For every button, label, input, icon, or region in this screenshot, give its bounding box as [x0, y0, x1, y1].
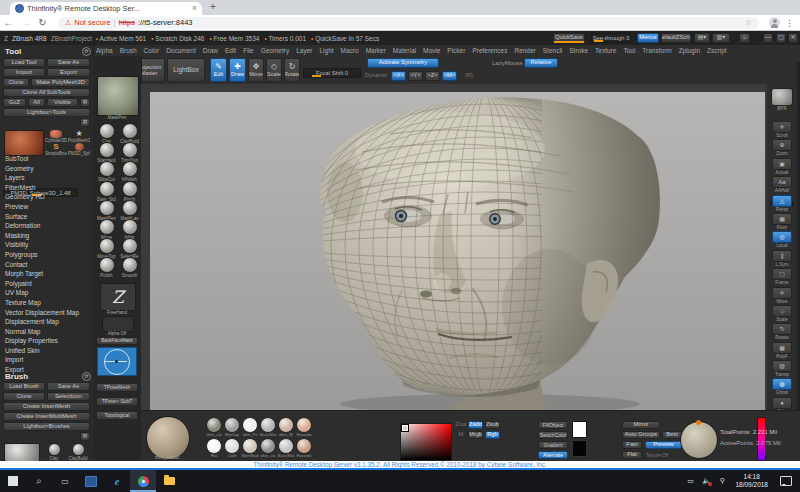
tool-section-item[interactable]: Visibility [2, 241, 92, 251]
file-explorer-icon[interactable] [156, 470, 182, 492]
current-brush-preview[interactable] [4, 443, 40, 461]
tool-section-item[interactable]: Preview [2, 203, 92, 213]
brush-palette-header[interactable]: Brush⟳ [2, 371, 94, 381]
menu-item[interactable]: Texture [595, 47, 616, 54]
material-item[interactable]: Cold [223, 438, 241, 459]
clock[interactable]: 14:18 18/09/2018 [731, 473, 772, 489]
tpose-mesh-button[interactable]: TPoseMesh [96, 383, 138, 392]
menu-item[interactable]: Material [393, 47, 416, 54]
draw-mode-button[interactable]: ✚Draw [229, 58, 246, 82]
color-picker-sv[interactable] [400, 423, 452, 461]
bpr-render-button[interactable]: BPR [770, 88, 794, 111]
goz-r-button[interactable]: R [80, 98, 90, 107]
menu-item[interactable]: File [243, 47, 253, 54]
browser-menu-icon[interactable]: ⋮ [785, 18, 794, 28]
activate-symmetry-button[interactable]: Activate Symmetry [367, 58, 439, 68]
brush-item[interactable]: SelectRe [119, 238, 140, 257]
lightbox-button[interactable]: LightBox [167, 58, 205, 82]
rotate-mode-button[interactable]: ↻Rotate [284, 58, 300, 82]
right-shelf-button[interactable]: ▦ PolyF [770, 342, 794, 359]
sculpt-viewport[interactable] [150, 92, 765, 410]
focal-shift-slider[interactable]: Focal Shift 0 [303, 68, 361, 78]
forward-button[interactable]: → [17, 15, 34, 30]
brush-item[interactable]: hPolish [119, 161, 140, 180]
menu-item[interactable]: Stroke [569, 47, 588, 54]
material-item[interactable]: SkinShad [241, 438, 259, 459]
light-placement-dot[interactable] [696, 420, 701, 425]
brush-item[interactable]: SliceCur [96, 161, 117, 180]
tool-r-button[interactable]: R [80, 118, 90, 127]
tool-section-item[interactable]: Texture Map [2, 299, 92, 309]
tool-section-item[interactable]: Geometry HD [2, 193, 92, 203]
symmetry-axis-button[interactable]: >X< [391, 71, 406, 81]
lightbox-brushes-button[interactable]: Lightbox>Brushes [3, 422, 90, 431]
brush-item[interactable]: Move [96, 219, 117, 238]
task-view-icon[interactable]: ▭ [52, 470, 78, 492]
material-item[interactable]: Hazardo [295, 438, 313, 459]
brush-item[interactable]: MaskLas [119, 200, 140, 219]
rgb-button[interactable]: Rgb [485, 431, 500, 439]
address-bar[interactable]: ⚠ Not secure | https ://t5-server:8443 ☆ [58, 17, 759, 29]
menu-item[interactable]: Stencil [543, 47, 563, 54]
material-item[interactable]: BasicMat [259, 417, 277, 438]
flat-render-button[interactable]: Flat [622, 451, 642, 459]
dynamic-toggle[interactable]: Dynamic [363, 71, 389, 81]
tool-section-item[interactable]: Import [2, 356, 92, 366]
save-brush-as-button[interactable]: Save As [47, 382, 90, 391]
clone-tool-button[interactable]: Clone [3, 78, 29, 87]
material-item[interactable]: zbro_cla [259, 438, 277, 459]
menu-item[interactable]: Edit [225, 47, 236, 54]
bookmark-star-icon[interactable]: ☆ [745, 18, 752, 27]
right-shelf-button[interactable]: ▦ Floor [770, 213, 794, 230]
create-insertmultimesh-button[interactable]: Create InsertMultiMesh [3, 412, 90, 421]
move-mode-button[interactable]: ✥Move [248, 58, 264, 82]
preview-render-button[interactable]: Preview [645, 441, 682, 449]
window-restore-button[interactable]: ▢ [776, 33, 786, 43]
goz-all-button[interactable]: All [28, 98, 45, 107]
quicksave-button[interactable]: QuickSave [553, 33, 585, 43]
new-tab-button[interactable]: + [210, 1, 216, 12]
back-button[interactable]: ← [0, 15, 17, 30]
url-text[interactable]: ://t5-server:8443 [138, 18, 742, 27]
topological-button[interactable]: Topological [96, 411, 138, 420]
alpha-thumbnail[interactable] [102, 316, 134, 332]
brush-r-button[interactable]: R [80, 432, 90, 441]
palette-gear-icon[interactable]: ⟳ [82, 47, 91, 56]
right-shelf-button[interactable]: ✛ Scroll [770, 121, 794, 138]
default-zscript-button[interactable]: DefaultZScript [661, 33, 691, 43]
menu-item[interactable]: Movie [423, 47, 440, 54]
goz-visible-button[interactable]: Visible [47, 98, 78, 107]
tool-section-item[interactable]: Normal Map [2, 328, 92, 338]
hue-strip[interactable] [757, 417, 766, 461]
clone-brush-button[interactable]: Clone [3, 392, 45, 401]
right-shelf-button[interactable]: ▢ Frame [770, 268, 794, 285]
fill-object-button[interactable]: FillObject [538, 421, 568, 429]
material-item[interactable]: zbro_cla [205, 417, 223, 438]
current-tool-thumbnail[interactable] [4, 130, 44, 156]
brush-item[interactable]: Smooth [119, 257, 140, 276]
gradient-button[interactable]: Gradient [538, 441, 568, 449]
tool-section-item[interactable]: Displacement Map [2, 318, 92, 328]
right-shelf-button[interactable]: △ Persp [770, 195, 794, 212]
alternate-button[interactable]: Alternate [538, 451, 568, 459]
main-color-swatch[interactable] [572, 421, 587, 438]
material-item[interactable]: Hazardo [295, 417, 313, 438]
tool-section-item[interactable]: Display Properties [2, 337, 92, 347]
material-item[interactable]: zbro_W [277, 417, 295, 438]
brush-item[interactable]: Clay [96, 123, 117, 142]
menu-item[interactable]: Transform [642, 47, 671, 54]
internet-explorer-icon[interactable]: e [104, 470, 130, 492]
menu-item[interactable]: Preferences [472, 47, 507, 54]
zsub-button[interactable]: Zsub [485, 421, 500, 429]
menus-toggle-button[interactable]: Menus [637, 33, 659, 43]
load-tool-button[interactable]: Load Tool [3, 58, 45, 67]
window-close-button[interactable]: ✕ [788, 33, 798, 43]
picker-orientation-icon[interactable] [97, 347, 137, 376]
edit-mode-button[interactable]: ✎Edit [210, 58, 227, 82]
brush-thumb-clay[interactable]: Clay [42, 443, 66, 461]
tool-section-item[interactable]: SubTool [2, 155, 92, 165]
chrome-taskbar-icon[interactable] [130, 470, 156, 492]
right-shelf-button[interactable]: ◍ Ghost [770, 378, 794, 395]
select-icon-button[interactable]: SelectIcon [47, 392, 90, 401]
right-shelf-button[interactable]: ∥ L.Sym [770, 250, 794, 267]
